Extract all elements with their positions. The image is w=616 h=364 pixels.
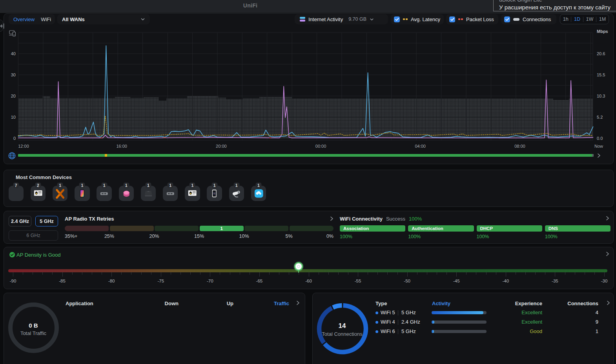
density-minor-tick: [368, 272, 368, 275]
density-minor-tick: [180, 272, 181, 275]
total-traffic-value: 0 B: [29, 322, 38, 329]
density-minor-tick: [516, 272, 516, 275]
wan-details-chevron-icon[interactable]: [596, 153, 601, 158]
svg-text:15.5: 15.5: [597, 72, 605, 77]
band-5ghz-button[interactable]: 5 GHz: [35, 216, 58, 226]
tx-retries-boundary-label: 35%+: [65, 234, 77, 239]
wan-uptime-bar[interactable]: [18, 154, 594, 157]
legend-total-value: 9.70 GB: [348, 16, 366, 22]
wan-segment-ok: [107, 154, 592, 157]
svg-text:Mbps: Mbps: [597, 29, 608, 34]
density-minor-tick: [240, 272, 240, 275]
tx-retries-boundary-label: 10%: [239, 234, 249, 239]
col-connections[interactable]: Connections: [567, 301, 598, 306]
tab-overview[interactable]: Overview: [13, 16, 35, 22]
band-2_4ghz-button[interactable]: 2.4 GHz: [9, 216, 31, 226]
wan-segment-ok: [18, 154, 105, 157]
device-count-badge: 1: [145, 183, 151, 188]
checkbox-checked-icon[interactable]: [504, 16, 510, 22]
total-connections-label: Total Connections: [322, 331, 362, 337]
range-1h[interactable]: 1h: [563, 16, 569, 22]
connectivity-percent: 100%: [340, 234, 352, 239]
col-experience[interactable]: Experience: [515, 301, 542, 306]
device-count-badge: 1: [168, 183, 173, 188]
density-major-tick: [506, 272, 506, 277]
density-scale-value: -30: [601, 279, 608, 283]
chevron-down-icon: [370, 17, 374, 22]
connections-toggle[interactable]: Connections: [501, 14, 556, 24]
connectivity-status: Success: [386, 216, 405, 222]
density-scale-value: -55: [355, 279, 361, 283]
tx-retries-segment: 1: [200, 226, 244, 231]
connectivity-header: WiFi Connectivity Success 100%: [340, 216, 422, 222]
density-scale-value: -35: [552, 279, 558, 283]
col-down[interactable]: Down: [165, 301, 179, 306]
most-common-devices-card: [4, 170, 614, 207]
connectivity-percent: 100%: [545, 234, 558, 239]
toggle-label: Avg. Latency: [411, 16, 440, 22]
density-minor-tick: [565, 272, 565, 275]
band-6ghz-button[interactable]: 6 GHz: [9, 230, 58, 241]
col-up[interactable]: Up: [227, 301, 233, 306]
range-1m[interactable]: 1M: [599, 16, 606, 22]
time-range-selector: 1h 1D 1W 1M: [560, 14, 609, 24]
cell-divider: [398, 329, 398, 334]
internet-activity-chart[interactable]: 0102030400.05.210.315.520.6Mbps12:0016:0…: [0, 25, 616, 160]
density-minor-tick: [585, 272, 585, 275]
density-minor-tick: [141, 272, 142, 275]
cell-connections: 4: [596, 310, 598, 315]
activity-legend-icon: [300, 17, 305, 22]
cell-type: WiFi 4: [381, 319, 395, 325]
wan-segment-pending: [592, 154, 594, 157]
col-activity[interactable]: Activity: [432, 301, 450, 306]
connections-series-icon: [513, 18, 519, 21]
checkbox-checked-icon[interactable]: [449, 16, 455, 22]
col-type[interactable]: Type: [375, 301, 387, 306]
svg-text:08:00: 08:00: [514, 144, 525, 148]
activity-bar-track: [432, 321, 487, 324]
internet-activity-legend[interactable]: Internet Activity 9.70 GB: [295, 14, 388, 24]
density-scale-value: -80: [108, 279, 115, 283]
col-traffic[interactable]: Traffic: [274, 301, 289, 306]
density-minor-tick: [328, 272, 329, 275]
tx-retries-chevron-icon[interactable]: [329, 216, 334, 221]
avg-latency-toggle[interactable]: Avg. Latency: [391, 14, 444, 24]
density-scale-value: -45: [453, 279, 460, 283]
density-major-tick: [358, 272, 358, 277]
density-minor-tick: [319, 272, 319, 275]
connections-chevron-icon[interactable]: [605, 300, 611, 306]
col-application[interactable]: Application: [66, 301, 93, 306]
density-minor-tick: [594, 272, 595, 275]
svg-text:5.2: 5.2: [597, 115, 603, 120]
density-gradient-scale[interactable]: [8, 269, 607, 272]
density-minor-tick: [82, 272, 82, 275]
ublock-extension-tooltip: uBlock Origin Lite У расширения есть дос…: [493, 0, 616, 11]
svg-text:30: 30: [11, 72, 16, 77]
checkbox-checked-icon[interactable]: [394, 16, 400, 22]
device-count-badge: 2: [35, 183, 41, 188]
density-minor-tick: [279, 272, 279, 275]
traffic-chevron-icon[interactable]: [295, 300, 301, 306]
tab-wifi[interactable]: WiFi: [41, 16, 51, 22]
density-minor-tick: [72, 272, 73, 275]
svg-text:20:00: 20:00: [216, 144, 227, 148]
connectivity-chevron-icon[interactable]: [605, 216, 610, 221]
density-minor-tick: [92, 272, 92, 275]
svg-text:10: 10: [11, 115, 16, 120]
wan-select[interactable]: All WANs: [57, 14, 150, 24]
svg-text:20: 20: [11, 94, 16, 98]
view-tabs: Overview WiFi: [9, 14, 55, 24]
packet-loss-toggle[interactable]: Packet Loss: [446, 14, 498, 24]
connectivity-percent: 100%: [408, 234, 421, 239]
density-chevron-icon[interactable]: [605, 251, 610, 257]
range-1w[interactable]: 1W: [586, 16, 594, 22]
svg-text:0: 0: [13, 136, 16, 141]
density-minor-tick: [437, 272, 437, 275]
density-minor-tick: [220, 272, 220, 275]
density-scale-value: -40: [503, 279, 509, 283]
cell-experience: Excellent: [521, 310, 542, 315]
density-scale-value: -60: [305, 279, 312, 283]
tx-retries-segment: [110, 226, 154, 231]
range-1d[interactable]: 1D: [574, 16, 580, 22]
tx-retries-segment: [65, 226, 109, 231]
